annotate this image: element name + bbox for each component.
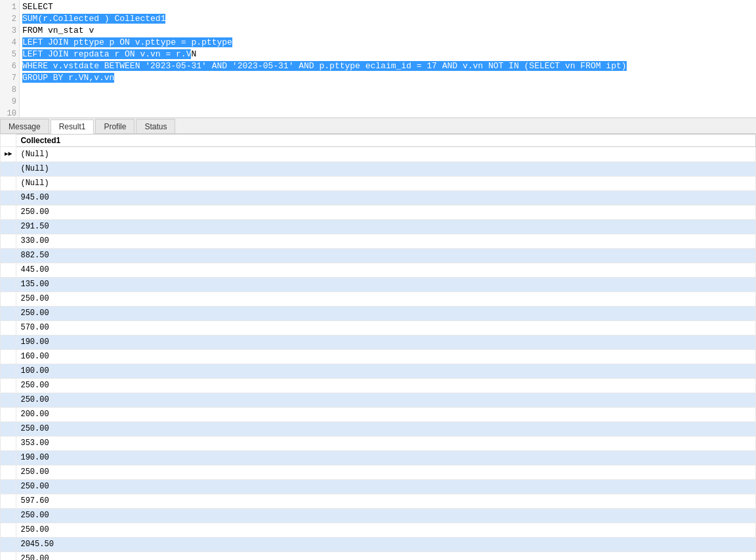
row-indicator-cell xyxy=(1,220,16,234)
row-indicator-cell xyxy=(1,480,16,494)
cell-collected1: 291.50 xyxy=(16,220,756,234)
line-number-6: 6 xyxy=(0,60,19,72)
column-header: Collected1 xyxy=(16,135,756,147)
code-line-4: LEFT JOIN pttype p ON v.pttype = p.pttyp… xyxy=(22,37,753,49)
line-number-1: 1 xyxy=(0,1,19,13)
cell-collected1: 250.00 xyxy=(16,523,756,538)
line-number-4: 4 xyxy=(0,37,19,49)
table-row[interactable]: 330.00 xyxy=(1,234,756,249)
cell-collected1: 100.00 xyxy=(16,364,756,379)
table-row[interactable]: 250.00 xyxy=(1,292,756,307)
cell-collected1: 250.00 xyxy=(16,465,756,480)
table-row[interactable]: 160.00 xyxy=(1,350,756,364)
row-indicator-cell xyxy=(1,307,16,321)
cell-collected1: 882.50 xyxy=(16,249,756,263)
table-row[interactable]: ▶(Null) xyxy=(1,147,756,162)
table-row[interactable]: 250.00 xyxy=(1,552,756,561)
cell-collected1: 190.00 xyxy=(16,335,756,350)
row-indicator-cell xyxy=(1,249,16,263)
code-area[interactable]: SELECTSUM(r.Collected ) Collected1FROM v… xyxy=(20,0,756,118)
row-indicator-cell xyxy=(1,465,16,480)
cell-collected1: 250.00 xyxy=(16,552,756,561)
row-indicator-cell xyxy=(1,552,16,561)
row-indicator-cell xyxy=(1,263,16,278)
code-line-7: GROUP BY r.VN,v.vn xyxy=(22,72,753,84)
cell-collected1: 250.00 xyxy=(16,509,756,523)
row-indicator-cell xyxy=(1,379,16,393)
code-line-3: FROM vn_stat v xyxy=(22,25,753,37)
cell-collected1: (Null) xyxy=(16,162,756,177)
cell-collected1: 250.00 xyxy=(16,422,756,437)
row-indicator-cell xyxy=(1,205,16,220)
cell-collected1: 250.00 xyxy=(16,205,756,220)
cell-collected1: 250.00 xyxy=(16,480,756,494)
row-indicator-cell xyxy=(1,292,16,307)
code-line-1: SELECT xyxy=(22,1,753,13)
code-line-5: LEFT JOIN repdata r ON v.vn = r.VN xyxy=(22,49,753,60)
line-number-8: 8 xyxy=(0,84,19,96)
row-indicator-header xyxy=(1,135,16,147)
cell-collected1: 160.00 xyxy=(16,350,756,364)
code-line-9 xyxy=(22,96,753,108)
code-line-8 xyxy=(22,84,753,96)
row-indicator-cell xyxy=(1,437,16,451)
code-line-2: SUM(r.Collected ) Collected1 xyxy=(22,13,753,25)
table-row[interactable]: 945.00 xyxy=(1,191,756,205)
table-row[interactable]: 291.50 xyxy=(1,220,756,234)
cell-collected1: 597.60 xyxy=(16,494,756,509)
table-row[interactable]: 250.00 xyxy=(1,393,756,408)
cell-collected1: 250.00 xyxy=(16,292,756,307)
cell-collected1: 945.00 xyxy=(16,191,756,205)
table-row[interactable]: 100.00 xyxy=(1,364,756,379)
row-indicator-cell xyxy=(1,350,16,364)
line-number-2: 2 xyxy=(0,13,19,25)
line-number-9: 9 xyxy=(0,96,19,108)
tab-message[interactable]: Message xyxy=(0,119,49,133)
cell-collected1: 353.00 xyxy=(16,437,756,451)
table-row[interactable]: 882.50 xyxy=(1,249,756,263)
line-number-10: 10 xyxy=(0,108,19,118)
row-indicator-cell xyxy=(1,278,16,292)
cell-collected1: 250.00 xyxy=(16,307,756,321)
table-row[interactable]: 250.00 xyxy=(1,480,756,494)
cell-collected1: (Null) xyxy=(16,177,756,191)
code-line-6: WHERE v.vstdate BETWEEN '2023-05-31' AND… xyxy=(22,60,753,72)
results-table: Collected1 ▶(Null)(Null)(Null)945.00250.… xyxy=(0,134,756,560)
table-row[interactable]: 190.00 xyxy=(1,451,756,465)
code-line-10 xyxy=(22,108,753,118)
table-row[interactable]: (Null) xyxy=(1,177,756,191)
table-row[interactable]: 200.00 xyxy=(1,408,756,422)
row-indicator-cell: ▶ xyxy=(1,147,16,162)
cell-collected1: 445.00 xyxy=(16,263,756,278)
row-indicator-cell xyxy=(1,408,16,422)
tabs-bar: MessageResult1ProfileStatus xyxy=(0,118,756,134)
table-row[interactable]: 250.00 xyxy=(1,523,756,538)
table-row[interactable]: 445.00 xyxy=(1,263,756,278)
table-row[interactable]: 250.00 xyxy=(1,509,756,523)
table-row[interactable]: 250.00 xyxy=(1,379,756,393)
table-row[interactable]: 2045.50 xyxy=(1,538,756,552)
row-indicator-cell xyxy=(1,162,16,177)
table-row[interactable]: 250.00 xyxy=(1,307,756,321)
results-area[interactable]: Collected1 ▶(Null)(Null)(Null)945.00250.… xyxy=(0,134,756,560)
table-row[interactable]: 250.00 xyxy=(1,465,756,480)
table-row[interactable]: 570.00 xyxy=(1,321,756,335)
row-indicator-cell xyxy=(1,234,16,249)
table-row[interactable]: 250.00 xyxy=(1,422,756,437)
cell-collected1: 135.00 xyxy=(16,278,756,292)
cell-collected1: (Null) xyxy=(16,147,756,162)
table-row[interactable]: 597.60 xyxy=(1,494,756,509)
line-number-3: 3 xyxy=(0,25,19,37)
row-indicator-cell xyxy=(1,393,16,408)
line-numbers: 1234567891011 xyxy=(0,0,20,118)
table-row[interactable]: (Null) xyxy=(1,162,756,177)
tab-profile[interactable]: Profile xyxy=(95,119,135,133)
table-row[interactable]: 135.00 xyxy=(1,278,756,292)
table-row[interactable]: 190.00 xyxy=(1,335,756,350)
row-indicator-cell xyxy=(1,177,16,191)
row-indicator-cell xyxy=(1,494,16,509)
tab-result1[interactable]: Result1 xyxy=(51,119,94,134)
tab-status[interactable]: Status xyxy=(136,119,175,133)
table-row[interactable]: 250.00 xyxy=(1,205,756,220)
table-row[interactable]: 353.00 xyxy=(1,437,756,451)
